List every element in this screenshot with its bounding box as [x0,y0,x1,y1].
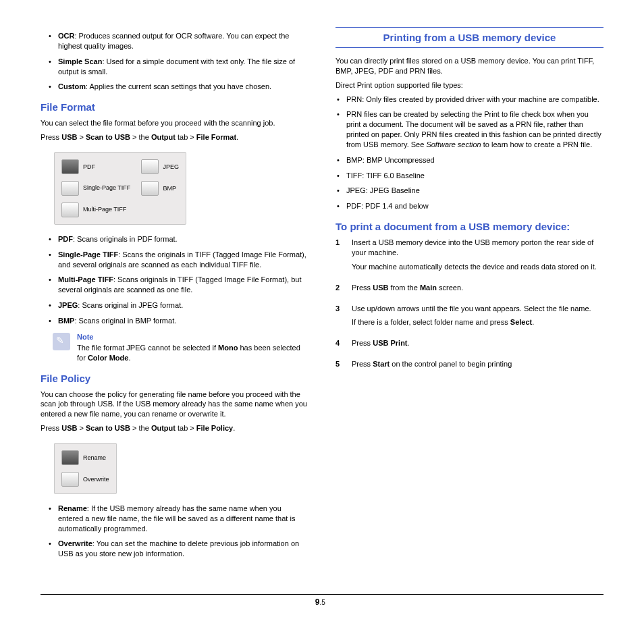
file-policy-intro: You can choose the policy for generating… [41,390,308,420]
page-content: OCR: Produces scanned output for OCR sof… [41,27,603,587]
step-item: 3 Use up/down arrows until the file you … [336,304,603,332]
list-item: Custom: Applies the current scan setting… [53,82,308,92]
file-format-intro: You can select the file format before yo… [41,118,308,128]
right-column: Printing from a USB memory device You ca… [336,27,603,587]
list-item: Overwrite: You can set the machine to de… [53,539,308,559]
list-item: TIFF: TIFF 6.0 Baseline [341,171,603,181]
step-item: 4 Press USB Print. [336,338,603,352]
option-rename[interactable]: Rename [61,450,109,465]
file-policy-bullets: Rename: If the USB memory already has th… [41,504,308,559]
step-item: 5 Press Start on the control panel to be… [336,359,603,373]
list-item: BMP: Scans original in BMP format. [53,316,308,326]
file-format-path: Press USB > Scan to USB > the Output tab… [41,132,308,142]
page-footer: 9.5 [41,594,603,607]
file-format-heading: File Format [41,101,308,113]
steps-list: 1 Insert a USB memory device into the US… [336,238,603,373]
toggle-icon [141,181,159,196]
note-block: Note The file format JPEG cannot be sele… [53,333,308,363]
option-overwrite[interactable]: Overwrite [61,472,109,487]
support-label: Direct Print option supported file types… [336,80,603,90]
list-item: Multi-Page TIFF: Scans originals in TIFF… [53,275,308,295]
list-item: JPEG: Scans original in JPEG format. [53,300,308,311]
file-policy-heading: File Policy [41,373,308,384]
toggle-icon [141,159,159,174]
toggle-icon [61,203,79,217]
toggle-icon [61,181,79,196]
step-item: 2 Press USB from the Main screen. [336,283,603,297]
toggle-icon [61,472,79,487]
note-icon [53,333,70,350]
list-item: OCR: Produces scanned output for OCR sof… [53,31,308,51]
option-multi-tiff[interactable]: Multi-Page TIFF [61,203,130,217]
file-policy-path: Press USB > Scan to USB > the Output tab… [41,423,308,433]
toggle-icon [61,450,79,465]
list-item: BMP: BMP Uncompressed [341,155,603,165]
support-bullets: PRN: Only files created by provided driv… [336,95,603,212]
list-item: Single-Page TIFF: Scans the originals in… [53,250,308,270]
list-item: PDF: Scans originals in PDF format. [53,234,308,244]
step-item: 1 Insert a USB memory device into the US… [336,238,603,276]
list-item: PDF: PDF 1.4 and below [341,201,603,211]
toggle-icon [61,159,79,174]
option-pdf[interactable]: PDF [61,159,130,174]
section-intro: You can directly print files stored on a… [336,56,603,76]
print-subheading: To print a document from a USB memory de… [336,221,603,232]
option-single-tiff[interactable]: Single-Page TIFF [61,181,130,196]
intro-bullets: OCR: Produces scanned output for OCR sof… [41,31,308,92]
left-column: OCR: Produces scanned output for OCR sof… [41,27,308,587]
file-format-bullets: PDF: Scans originals in PDF format. Sing… [41,234,308,326]
list-item: PRN files can be created by selecting th… [341,109,603,149]
file-format-panel: PDF JPEG Single-Page TIFF BMP Multi-Page… [54,152,186,225]
list-item: PRN: Only files created by provided driv… [341,95,603,105]
option-bmp[interactable]: BMP [141,181,179,196]
section-title: Printing from a USB memory device [336,27,603,48]
list-item: Simple Scan: Used for a simple document … [53,57,308,77]
note-title: Note [77,333,308,341]
list-item: JPEG: JPEG Baseline [341,186,603,196]
option-jpeg[interactable]: JPEG [141,159,179,174]
page-number: .5 [319,599,325,606]
list-item: Rename: If the USB memory already has th… [53,504,308,534]
note-body: The file format JPEG cannot be selected … [77,343,308,363]
file-policy-panel: Rename Overwrite [54,443,117,494]
